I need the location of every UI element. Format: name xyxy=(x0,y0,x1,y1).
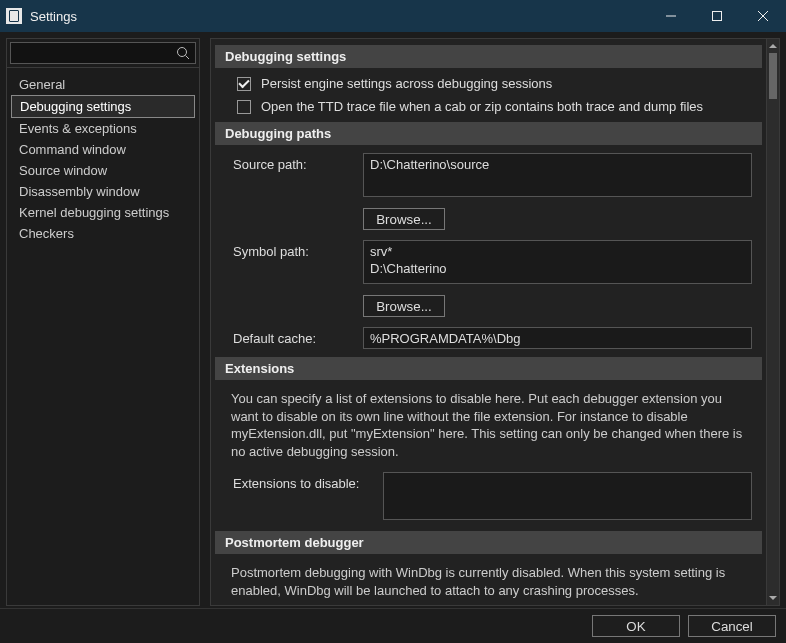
window-title: Settings xyxy=(30,9,77,24)
open-ttd-label: Open the TTD trace file when a cab or zi… xyxy=(261,99,703,114)
scroll-down-icon[interactable] xyxy=(767,591,779,605)
sidebar-item-kernel-debugging[interactable]: Kernel debugging settings xyxy=(11,202,195,223)
extensions-disable-input[interactable] xyxy=(383,472,752,520)
source-path-input[interactable] xyxy=(363,153,752,197)
sidebar-item-debugging-settings[interactable]: Debugging settings xyxy=(11,95,195,118)
default-cache-label: Default cache: xyxy=(233,327,353,346)
symbol-path-input[interactable] xyxy=(363,240,752,284)
close-button[interactable] xyxy=(740,0,786,32)
sidebar: General Debugging settings Events & exce… xyxy=(6,38,200,606)
symbol-path-browse-button[interactable]: Browse... xyxy=(363,295,445,317)
section-header-debugging-settings: Debugging settings xyxy=(215,45,762,68)
minimize-button[interactable] xyxy=(648,0,694,32)
postmortem-description: Postmortem debugging with WinDbg is curr… xyxy=(215,560,762,605)
persist-engine-checkbox[interactable] xyxy=(237,77,251,91)
sidebar-item-events-exceptions[interactable]: Events & exceptions xyxy=(11,118,195,139)
cancel-button[interactable]: Cancel xyxy=(688,615,776,637)
sidebar-item-command-window[interactable]: Command window xyxy=(11,139,195,160)
source-path-browse-button[interactable]: Browse... xyxy=(363,208,445,230)
sidebar-item-checkers[interactable]: Checkers xyxy=(11,223,195,244)
open-ttd-checkbox[interactable] xyxy=(237,100,251,114)
titlebar: Settings xyxy=(0,0,786,32)
svg-rect-1 xyxy=(713,12,722,21)
settings-content: Debugging settings Persist engine settin… xyxy=(210,38,780,606)
persist-engine-label: Persist engine settings across debugging… xyxy=(261,76,552,91)
symbol-path-label: Symbol path: xyxy=(233,240,353,259)
maximize-button[interactable] xyxy=(694,0,740,32)
search-input[interactable] xyxy=(10,42,196,64)
section-header-debugging-paths: Debugging paths xyxy=(215,122,762,145)
scroll-up-icon[interactable] xyxy=(767,39,779,53)
source-path-label: Source path: xyxy=(233,153,353,172)
dialog-footer: OK Cancel xyxy=(0,608,786,643)
section-header-extensions: Extensions xyxy=(215,357,762,380)
extensions-disable-label: Extensions to disable: xyxy=(233,472,373,491)
section-header-postmortem: Postmortem debugger xyxy=(215,531,762,554)
scroll-thumb[interactable] xyxy=(769,53,777,99)
sidebar-item-general[interactable]: General xyxy=(11,74,195,95)
sidebar-item-source-window[interactable]: Source window xyxy=(11,160,195,181)
vertical-scrollbar[interactable] xyxy=(766,39,779,605)
app-icon xyxy=(6,8,22,24)
default-cache-input[interactable] xyxy=(363,327,752,349)
sidebar-item-disassembly-window[interactable]: Disassembly window xyxy=(11,181,195,202)
nav-list: General Debugging settings Events & exce… xyxy=(7,68,199,250)
ok-button[interactable]: OK xyxy=(592,615,680,637)
extensions-description: You can specify a list of extensions to … xyxy=(215,386,762,470)
